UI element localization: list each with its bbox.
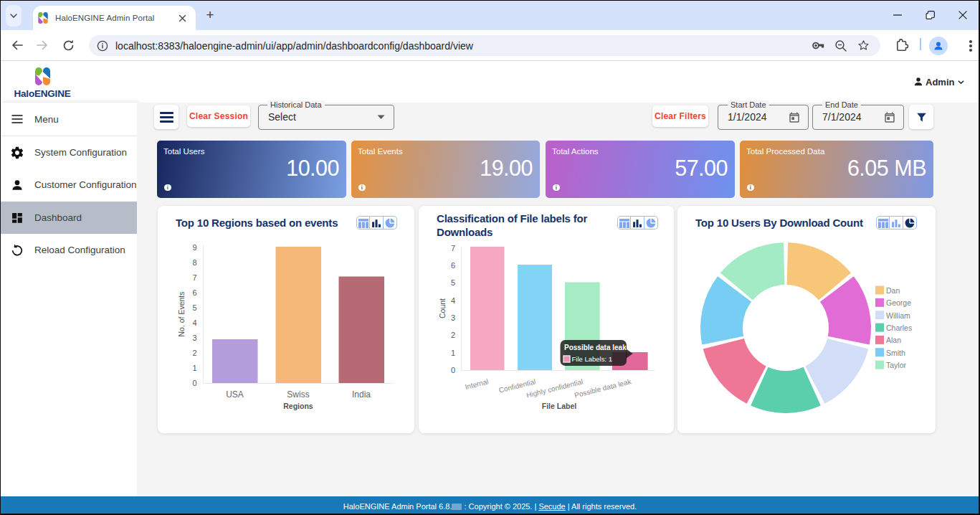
svg-text:Internal: Internal [464, 377, 489, 391]
svg-text:File Labels: 1: File Labels: 1 [572, 355, 613, 363]
svg-text:Taylor: Taylor [886, 361, 907, 369]
svg-text:USA: USA [226, 389, 244, 400]
svg-text:1: 1 [451, 349, 455, 357]
svg-text:5: 5 [192, 303, 196, 312]
svg-text:9: 9 [192, 243, 196, 252]
svg-text:8: 8 [192, 258, 196, 267]
svg-text:7: 7 [192, 273, 196, 282]
svg-text:2: 2 [192, 349, 196, 357]
svg-text:India: India [352, 389, 371, 400]
svg-text:3: 3 [192, 334, 196, 342]
svg-text:3: 3 [451, 313, 455, 322]
svg-text:Charles: Charles [886, 323, 912, 332]
svg-text:Regions: Regions [283, 402, 313, 410]
svg-text:Smith: Smith [886, 349, 905, 357]
svg-text:William: William [886, 311, 910, 320]
svg-text:Alan: Alan [886, 336, 901, 344]
svg-text:Swiss: Swiss [287, 389, 309, 400]
svg-text:6: 6 [451, 261, 455, 270]
svg-text:7: 7 [451, 244, 455, 252]
svg-text:5: 5 [451, 278, 455, 287]
svg-text:1: 1 [192, 364, 196, 372]
svg-text:0: 0 [451, 366, 455, 374]
svg-text:0: 0 [192, 379, 196, 387]
svg-text:6: 6 [192, 288, 196, 297]
svg-text:4: 4 [451, 296, 455, 305]
svg-text:Count: Count [438, 298, 447, 318]
svg-text:Possible data leak: Possible data leak [564, 344, 627, 351]
svg-text:2: 2 [451, 331, 455, 339]
svg-text:File Label: File Label [542, 402, 577, 410]
svg-text:4: 4 [192, 318, 196, 327]
svg-text:Dan: Dan [886, 286, 900, 295]
svg-text:No. of Events: No. of Events [177, 291, 186, 336]
svg-text:George: George [886, 298, 911, 307]
